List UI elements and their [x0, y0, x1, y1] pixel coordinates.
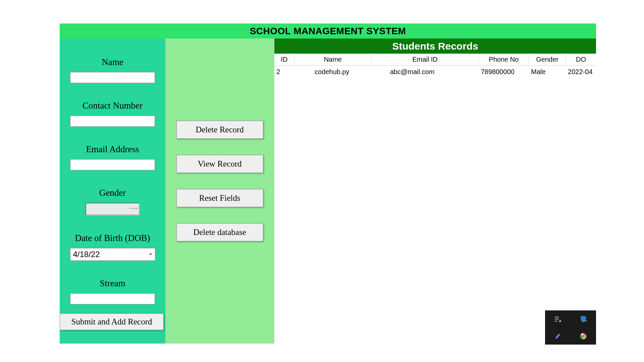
- name-field-group: Name: [70, 57, 155, 83]
- contact-label: Contact Number: [83, 101, 143, 111]
- cell-phone: 789800000: [479, 68, 529, 76]
- cell-gender: Male: [529, 68, 566, 76]
- email-input[interactable]: [70, 159, 155, 170]
- playlist-icon[interactable]: [553, 315, 562, 323]
- svg-rect-5: [585, 321, 586, 322]
- dob-value: 4/18/22: [73, 250, 100, 259]
- email-label: Email Address: [86, 144, 139, 155]
- dob-field-group: Date of Birth (DOB) 4/18/22: [70, 233, 155, 261]
- app-title: SCHOOL MANAGEMENT SYSTEM: [250, 26, 406, 37]
- dob-combo[interactable]: 4/18/22: [70, 248, 155, 261]
- column-phone[interactable]: Phone No: [479, 56, 529, 63]
- actions-panel: Delete Record View Record Reset Fields D…: [165, 39, 274, 344]
- name-label: Name: [102, 57, 123, 67]
- cell-id: 2: [274, 68, 294, 76]
- svg-point-11: [583, 335, 584, 337]
- cell-email: abc@mail.com: [372, 68, 479, 76]
- svg-marker-3: [559, 320, 561, 322]
- chrome-icon[interactable]: [579, 332, 588, 341]
- column-name[interactable]: Name: [294, 56, 372, 63]
- cell-name: codehub.py: [294, 68, 372, 76]
- chevron-down-icon: [149, 253, 152, 255]
- column-email[interactable]: Email ID: [372, 56, 479, 63]
- reset-fields-button[interactable]: Reset Fields: [176, 189, 263, 207]
- stream-field-group: Stream: [70, 278, 155, 304]
- stream-input[interactable]: [70, 293, 155, 304]
- contact-field-group: Contact Number: [70, 101, 155, 127]
- submit-add-record-button[interactable]: Submit and Add Record: [60, 313, 164, 330]
- feather-icon[interactable]: [553, 332, 562, 341]
- table-row[interactable]: 2 codehub.py abc@mail.com 789800000 Male…: [274, 66, 596, 78]
- svg-rect-6: [585, 322, 586, 322]
- records-title: Students Records: [274, 39, 596, 54]
- contact-input[interactable]: [70, 116, 155, 127]
- content-area: Name Contact Number Email Address Gender…: [60, 39, 596, 344]
- records-panel: Students Records ID Name Email ID Phone …: [274, 39, 596, 344]
- cell-dob: 2022-04: [566, 68, 596, 76]
- app-window: SCHOOL MANAGEMENT SYSTEM Name Contact Nu…: [60, 23, 596, 345]
- title-bar: SCHOOL MANAGEMENT SYSTEM: [60, 23, 596, 39]
- stream-label: Stream: [100, 278, 125, 289]
- security-shield-icon[interactable]: [579, 315, 588, 323]
- table-header-row: ID Name Email ID Phone No Gender DO: [274, 54, 596, 66]
- gender-select[interactable]: [86, 203, 140, 216]
- taskbar-fragment: [545, 310, 596, 345]
- column-gender[interactable]: Gender: [529, 56, 566, 63]
- column-dob[interactable]: DO: [566, 56, 596, 63]
- column-id[interactable]: ID: [274, 56, 294, 63]
- view-record-button[interactable]: View Record: [176, 155, 263, 173]
- delete-database-button[interactable]: Delete database: [176, 223, 263, 241]
- delete-record-button[interactable]: Delete Record: [176, 121, 263, 139]
- dob-label: Date of Birth (DOB): [75, 233, 150, 243]
- gender-label: Gender: [99, 188, 126, 198]
- name-input[interactable]: [70, 72, 155, 83]
- email-field-group: Email Address: [70, 144, 155, 170]
- gender-field-group: Gender: [86, 188, 140, 216]
- form-panel: Name Contact Number Email Address Gender…: [60, 39, 165, 344]
